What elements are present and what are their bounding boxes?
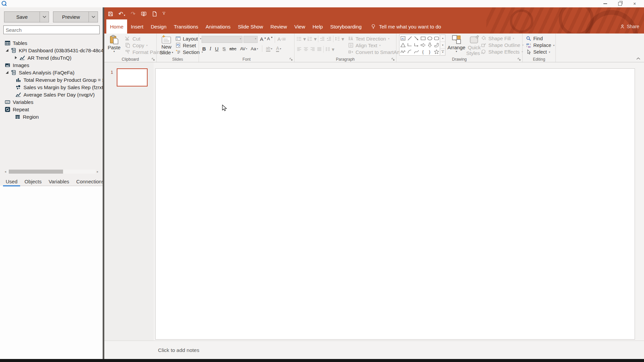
expander-open-icon[interactable] <box>5 49 9 52</box>
underline-button[interactable]: U <box>215 46 219 52</box>
tree-item-region[interactable]: Region <box>0 113 103 120</box>
justify-icon[interactable] <box>317 47 322 52</box>
replace-button[interactable]: Replace▾ <box>526 42 554 49</box>
tree-item-sales-vs-margin[interactable]: Sales vs Margin by Sales Rep (fzrxtjq <box>0 83 103 91</box>
tab-variables[interactable]: Variables <box>47 177 71 186</box>
font-dialog-launcher-icon[interactable] <box>289 58 293 61</box>
new-slide-button[interactable]: New Slide▾ <box>160 35 173 55</box>
align-right-icon[interactable] <box>310 47 315 52</box>
tree-item-sales-analysis[interactable]: Sales Analysis (FaQeFa) <box>0 69 103 76</box>
align-left-icon[interactable] <box>297 47 302 52</box>
freeform-icon[interactable] <box>399 49 406 55</box>
tab-home[interactable]: Home <box>106 19 127 34</box>
star-icon[interactable] <box>433 49 440 55</box>
clear-formatting-button[interactable]: A⌫ <box>277 36 286 42</box>
shape-outline-button[interactable]: Shape Outline▾ <box>481 42 524 48</box>
arc-icon[interactable] <box>406 49 413 55</box>
redo-icon[interactable]: ↷ <box>130 11 136 17</box>
down-arrow-icon[interactable] <box>426 42 433 48</box>
scroll-left-arrow-icon[interactable]: ◂ <box>3 169 7 174</box>
save-icon[interactable] <box>108 11 113 17</box>
italic-button[interactable]: I <box>210 46 211 52</box>
rounded-rectang­le-icon[interactable] <box>433 35 440 42</box>
tree-item-tables[interactable]: Tables <box>0 39 103 47</box>
scrollbar-thumb[interactable] <box>9 170 63 174</box>
line-icon[interactable] <box>406 35 413 42</box>
notes-pane[interactable]: Click to add notes <box>104 341 644 359</box>
tab-animations[interactable]: Animations <box>202 19 234 34</box>
undo-button[interactable]: ↶▾ <box>118 11 125 17</box>
preview-dropdown[interactable] <box>89 12 98 22</box>
tree-item-variables[interactable]: Variables <box>0 98 103 106</box>
elbow-arrow-connector-icon[interactable] <box>413 42 420 48</box>
text-shadow-button[interactable]: S <box>222 46 226 52</box>
paragraph-dialog-launcher-icon[interactable] <box>391 58 395 61</box>
change-case-button[interactable]: Aa▾ <box>251 46 258 51</box>
drawing-dialog-launcher-icon[interactable] <box>518 58 521 61</box>
collapse-ribbon-icon[interactable] <box>636 57 641 60</box>
customize-quick-access-icon[interactable]: ▾ <box>162 12 165 16</box>
quick-styles-button[interactable]: Quick Styles▾ <box>466 35 482 56</box>
search-input[interactable] <box>3 25 100 34</box>
curve-icon[interactable] <box>413 49 420 55</box>
share-button[interactable]: Share <box>620 19 639 34</box>
text-box-icon[interactable] <box>399 35 406 42</box>
shape-fill-button[interactable]: Shape Fill▾ <box>481 35 524 42</box>
tree-item-average-sales[interactable]: Average Sales Per Day (nvqpV) <box>0 91 103 98</box>
decrease-indent-icon[interactable] <box>320 36 325 42</box>
restore-button[interactable] <box>612 0 627 7</box>
tab-slide-show[interactable]: Slide Show <box>234 19 267 34</box>
scrollbar-track[interactable] <box>7 170 96 174</box>
tree-item-repeat[interactable]: Repeat <box>0 106 103 113</box>
columns-icon[interactable] <box>325 47 330 52</box>
shape-effects-button[interactable]: Shape Effects▾ <box>481 48 524 55</box>
line-spacing-icon[interactable] <box>335 36 340 42</box>
shapes-gallery[interactable]: { } <box>399 35 440 56</box>
tree-item-kpi-dashboard[interactable]: KPI Dashboard (03b35431-dc78-48c4-abf <box>0 47 103 54</box>
new-document-icon[interactable] <box>152 11 157 17</box>
tab-view[interactable]: View <box>290 19 309 34</box>
font-color-button[interactable]: A▾ <box>276 46 281 52</box>
rectangle-icon[interactable] <box>420 35 426 42</box>
preview-button[interactable]: Preview <box>53 11 98 22</box>
expander-open-icon[interactable] <box>5 71 9 74</box>
close-button[interactable]: × <box>627 0 642 7</box>
arrange-button[interactable]: Arrange ▾ <box>447 35 465 53</box>
left-brace-icon[interactable]: { <box>420 49 426 55</box>
right-arrow-icon[interactable] <box>420 42 426 48</box>
select-button[interactable]: Select▾ <box>526 49 554 55</box>
tab-design[interactable]: Design <box>147 19 170 34</box>
start-slideshow-icon[interactable] <box>141 11 147 17</box>
right-brace-icon[interactable]: } <box>426 49 433 55</box>
paste-button[interactable]: Paste ▾ <box>108 35 120 53</box>
tab-transitions[interactable]: Transitions <box>170 19 202 34</box>
increase-indent-icon[interactable] <box>326 36 332 42</box>
grow-font-button[interactable]: A▲ <box>260 36 266 42</box>
sidebar-horizontal-scrollbar[interactable]: ◂ ▸ <box>3 169 100 174</box>
tree-item-ar-trend[interactable]: AR Trend (dsuTnQ) <box>0 54 103 61</box>
shapes-gallery-scrollbar[interactable]: ▴ ▾ ▾ <box>440 35 445 56</box>
tab-objects[interactable]: Objects <box>22 177 44 186</box>
clipboard-dialog-launcher-icon[interactable] <box>152 58 155 61</box>
arrow-icon[interactable] <box>413 35 420 42</box>
align-center-icon[interactable] <box>303 47 309 52</box>
tab-review[interactable]: Review <box>267 19 290 34</box>
convert-to-smartart-button[interactable]: Convert to SmartArt▾ <box>348 49 404 55</box>
shrink-font-button[interactable]: A▼ <box>267 36 273 41</box>
numbering-icon[interactable] <box>307 36 313 42</box>
triangle-icon[interactable] <box>399 42 406 48</box>
tell-me-box[interactable]: Tell me what you want to do <box>371 19 441 34</box>
bold-button[interactable]: B <box>202 46 206 52</box>
scroll-right-arrow-icon[interactable]: ▸ <box>96 169 100 174</box>
tab-insert[interactable]: Insert <box>127 19 147 34</box>
corner-shape-icon[interactable] <box>433 42 440 48</box>
tab-storyboarding[interactable]: Storyboarding <box>327 19 365 34</box>
strikethrough-button[interactable]: abc <box>229 46 236 51</box>
align-text-button[interactable]: Align Text▾ <box>348 42 404 49</box>
tree-item-total-revenue[interactable]: Total Revenue by Product Group = $6 <box>0 76 103 83</box>
text-direction-button[interactable]: Text Direction▾ <box>348 35 404 42</box>
character-spacing-button[interactable]: AV▾ <box>240 46 247 51</box>
bullets-icon[interactable] <box>297 36 302 42</box>
gallery-up-icon[interactable]: ▴ <box>440 35 445 42</box>
notes-placeholder[interactable]: Click to add notes <box>158 341 199 359</box>
